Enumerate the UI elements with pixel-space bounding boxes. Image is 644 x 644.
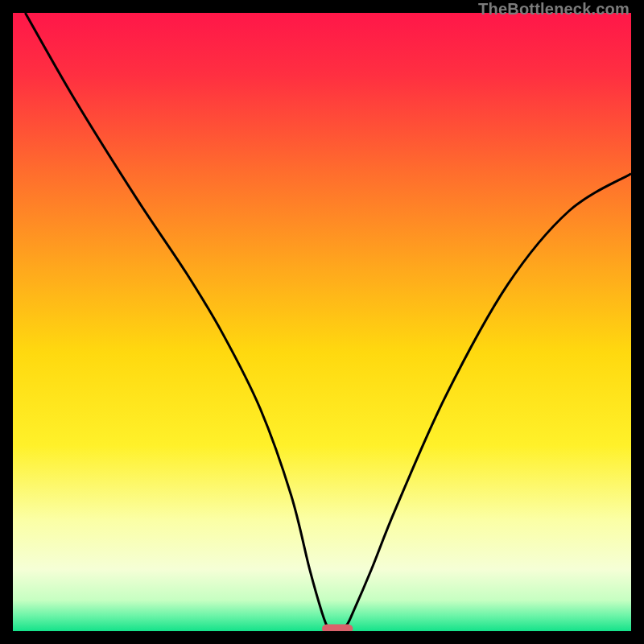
gradient-background — [13, 13, 631, 631]
optimal-marker — [322, 625, 353, 631]
attribution-label: TheBottleneck.com — [478, 0, 630, 19]
chart-frame — [13, 13, 631, 631]
bottleneck-chart — [13, 13, 631, 631]
